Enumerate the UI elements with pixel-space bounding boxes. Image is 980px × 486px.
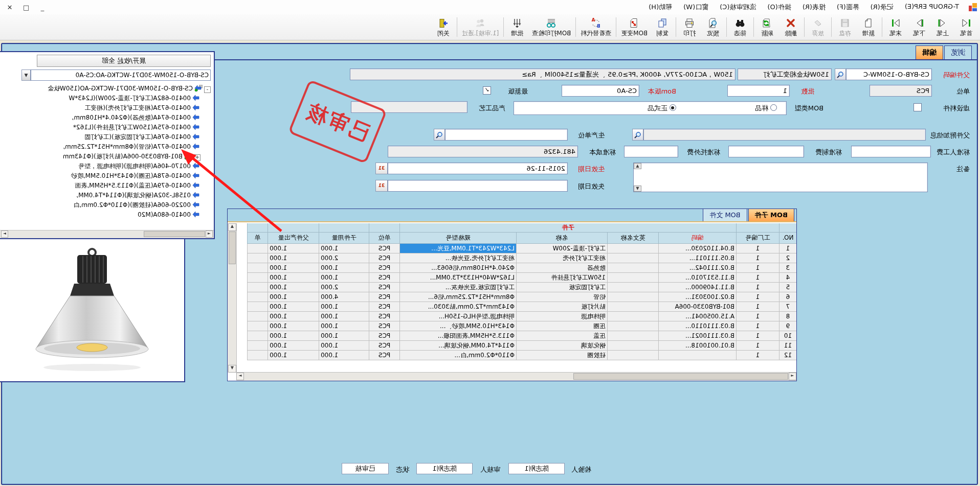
tree-combo-value[interactable]: CS-BYB-O-150MW-30D71-WCTKG-AO:CS-A0 [31, 70, 211, 81]
grid-cell-parent_out[interactable]: 1.000 [268, 321, 319, 331]
column-header-en_name[interactable]: 英文名称 [607, 233, 658, 244]
tree-item-8[interactable]: 00170-406A(明纬电源)(明纬电源，型号 [78, 161, 201, 171]
toolbar-button-7[interactable]: 删除 [779, 14, 803, 40]
tree-item-9[interactable]: 00410-678A(压圈)(Φ143*H10.5MM,喷砂 [71, 171, 201, 181]
grid-cell-code[interactable]: B.02.111042... [658, 263, 736, 273]
tree-item-1[interactable]: 00410-682A(工矿灯-顶盖-200W)(L243*W [69, 94, 201, 103]
grid-cell-qty[interactable]: 1.000 [319, 263, 369, 273]
column-header-unit[interactable]: 单位 [369, 233, 399, 244]
grid-cell-code[interactable]: B.03.1110110... [658, 321, 736, 331]
parent-code-lookup-button[interactable] [835, 68, 846, 80]
toolbar-button-11[interactable]: 打印 [678, 14, 701, 40]
grid-cell-no[interactable]: 6 [779, 292, 796, 302]
tree-item-4[interactable]: 00410-675A(150W工矿灯悬挂件)(L162* [73, 123, 201, 132]
tree-item-2[interactable]: 00410-673A(相变工矿灯外壳)(相变工 [84, 103, 201, 113]
grid-cell-code[interactable]: B.04.1102030... [658, 244, 736, 253]
grid-cell-no[interactable]: 12 [779, 351, 796, 360]
grid-cell-name[interactable]: 相变工矿灯外壳 [516, 253, 607, 263]
virtual-item-checkbox[interactable] [914, 103, 922, 111]
grid-cell-factory[interactable]: 1 [736, 351, 779, 360]
grid-cell-name[interactable]: 工矿灯固定板 [516, 283, 607, 292]
grid-cell-spec[interactable]: Φ8mm*H51*T2.25mm,铝6... [399, 292, 516, 302]
grid-cell-spec[interactable]: Φ240.4*H108mm,铝6063... [399, 263, 516, 273]
batch-input[interactable]: 1 [727, 85, 790, 97]
grid-cell-qty[interactable]: 1.000 [319, 321, 369, 331]
grid-cell-unit[interactable]: PCS [369, 283, 399, 292]
grid-cell-extra[interactable] [247, 312, 268, 321]
grid-cell-qty[interactable]: 1.000 [319, 351, 369, 360]
column-header-factory[interactable]: 工厂编号 [736, 233, 779, 244]
grid-cell-spec[interactable]: 工矿灯固定板,亚光铁灰... [399, 283, 516, 292]
tree-item-0[interactable]: -CS-BYB-O-150MW-30D71-WCTKG-AO(150W钛金 [48, 84, 211, 94]
toolbar-button-2[interactable]: 下笔 [907, 14, 931, 40]
grid-cell-spec[interactable]: Φ110*Φ2.0mm,白... [399, 351, 516, 360]
grid-cell-parent_out[interactable]: 1.000 [268, 283, 319, 292]
minimize-button[interactable]: _ [38, 4, 47, 11]
toolbar-button-18[interactable]: 关闭 [432, 14, 455, 40]
radio-official[interactable]: 正式品 [648, 104, 676, 112]
grid-cell-factory[interactable]: 1 [736, 292, 779, 302]
grid-cell-unit[interactable]: PCS [369, 321, 399, 331]
grid-cell-unit[interactable]: PCS [369, 331, 399, 341]
grid-cell-code[interactable]: B.01.0010018... [658, 341, 736, 351]
grid-cell-code[interactable]: B01-BYB0330-006A [658, 302, 736, 312]
menu-item-3[interactable]: 报表(R) [797, 1, 831, 14]
grid-cell-unit[interactable]: PCS [369, 253, 399, 263]
tree-expander-icon[interactable]: - [204, 86, 211, 93]
grid-cell-extra[interactable] [247, 351, 268, 360]
grid-cell-spec[interactable]: Φ143mm*T2.0mm,贴3030... [399, 302, 516, 312]
grid-cell-spec[interactable]: L243*W243*T1.0MM,亚光... [399, 244, 516, 253]
grid-cell-qty[interactable]: 1.000 [319, 273, 369, 283]
menu-item-1[interactable]: 记录(R) [865, 1, 899, 14]
bom-version-input[interactable]: CS-A0 [562, 85, 639, 97]
toolbar-button-3[interactable]: 末笔 [884, 14, 907, 40]
parent-code-input[interactable]: CS-BYB-O-150MW-C [846, 68, 932, 80]
grid-cell-name[interactable]: 铝管 [516, 292, 607, 302]
grid-cell-extra[interactable] [247, 321, 268, 331]
remark-scroll-up-icon[interactable]: ▲ [634, 163, 641, 169]
grid-cell-no[interactable]: 8 [779, 312, 796, 321]
grid-cell-code[interactable]: B.02.1003031... [658, 292, 736, 302]
grid-cell-unit[interactable]: PCS [369, 244, 399, 253]
toolbar-button-4[interactable]: 新增 [857, 14, 880, 40]
tab-browse[interactable]: 浏览 [944, 45, 972, 59]
grid-cell-qty[interactable]: 1.000 [319, 341, 369, 351]
grid-cell-qty[interactable]: 2.000 [319, 283, 369, 292]
toolbar-button-12[interactable]: 复制 [651, 14, 674, 40]
tab-bom-files[interactable]: BOM 文件 [703, 209, 747, 221]
grid-cell-factory[interactable]: 1 [736, 273, 779, 283]
grid-cell-extra[interactable] [247, 341, 268, 351]
grid-cell-name[interactable]: 压盖 [516, 331, 607, 341]
grid-cell-name[interactable]: 明纬电源 [516, 312, 607, 321]
grid-cell-unit[interactable]: PCS [369, 341, 399, 351]
grid-cell-name[interactable]: 150W工矿灯悬挂件 [516, 273, 607, 283]
column-header-code[interactable]: 编码 [658, 233, 736, 244]
toolbar-button-8[interactable]: 刷新 [755, 14, 779, 40]
grid-cell-parent_out[interactable]: 1.000 [268, 273, 319, 283]
grid-cell-factory[interactable]: 1 [736, 263, 779, 273]
prod-unit-input[interactable] [445, 129, 568, 141]
grid-cell-en_name[interactable] [607, 321, 658, 331]
grid-cell-spec[interactable]: 相变工矿灯外壳,亚光铁... [399, 253, 516, 263]
grid-cell-spec[interactable]: L162*W40*H133*T3.0MM... [399, 273, 516, 283]
grid-cell-extra[interactable] [247, 283, 268, 292]
grid-cell-extra[interactable] [247, 244, 268, 253]
grid-cell-factory[interactable]: 1 [736, 302, 779, 312]
grid-cell-parent_out[interactable]: 1.000 [268, 302, 319, 312]
remark-scroll-down-icon[interactable]: ▼ [634, 186, 641, 192]
grid-cell-parent_out[interactable]: 1.000 [268, 351, 319, 360]
grid-horizontal-scrollbar[interactable]: ◄ ► [236, 372, 796, 381]
grid-cell-en_name[interactable] [607, 253, 658, 263]
grid-cell-no[interactable]: 7 [779, 302, 796, 312]
radio-sample[interactable]: 样品 [755, 104, 777, 112]
tree-item-3[interactable]: 00410-674A(散热器)(Φ240.4*H108mm, [72, 113, 201, 123]
tree-item-7[interactable]: +B01-BYB0330-006A(贴片灯板)(Φ143mm [63, 152, 201, 161]
grid-cell-qty[interactable]: 1.000 [319, 302, 369, 312]
grid-cell-extra[interactable] [247, 292, 268, 302]
tab-bom-children[interactable]: BOM 子件 [748, 209, 794, 221]
effective-date-picker-icon[interactable]: 31 [375, 163, 388, 174]
toolbar-button-13[interactable]: BOM变更 [618, 14, 651, 40]
toolbar-button-1[interactable]: 上笔 [931, 14, 954, 40]
grid-cell-extra[interactable] [247, 331, 268, 341]
toolbar-button-16[interactable]: 批增 [505, 14, 529, 40]
